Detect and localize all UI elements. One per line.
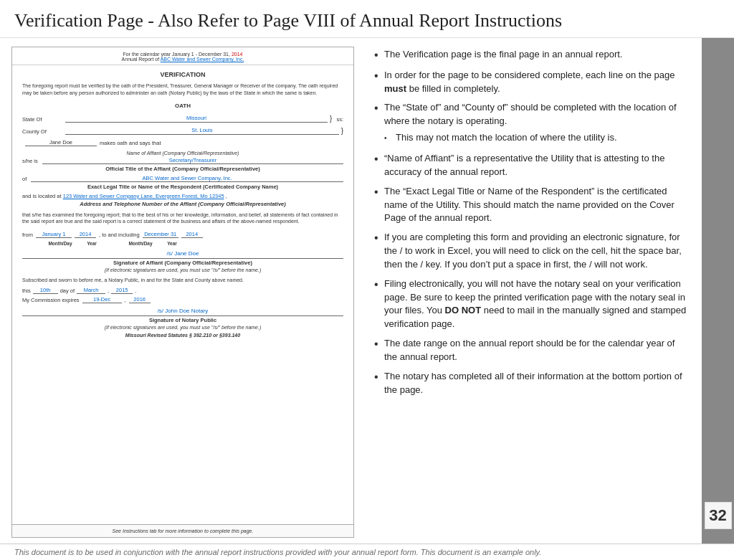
located-value: 123 Water and Sewer Company Lane, Evergr… [63, 193, 224, 199]
statute-text: Missouri Revised Statutes § 392.210 or §… [22, 333, 343, 338]
bullet-text-6: If you are completing this form and prov… [384, 231, 689, 272]
page-title: Verification Page - Also Refer to Page V… [14, 10, 720, 32]
doc-footer: See Instructions tab for more informatio… [12, 524, 353, 537]
this-label: this [22, 288, 31, 294]
sub-bullet-dot-3-1: • [384, 131, 396, 144]
sub-bullet-text-3-1: This may not match the location of where… [396, 131, 617, 145]
bullet-dot-3: • [374, 101, 384, 116]
bullet-item-9: • The notary has completed all of their … [374, 370, 689, 397]
official-title-label: Official Title of the Affiant (Company O… [22, 166, 343, 172]
doc-body: VERIFICATION The foregoing report must b… [12, 65, 353, 524]
month-value: March [77, 287, 105, 294]
sub-labels: Month/Day Year Month/Day Year [22, 241, 343, 246]
located-row: and is located at 123 Water and Sewer Co… [22, 193, 343, 199]
bullet-dot-9: • [374, 370, 384, 385]
bullet-text-7: Filing electronically, you will not have… [384, 277, 689, 331]
page-number: 32 [709, 506, 726, 525]
annual-report-label: Annual Report of [122, 57, 160, 62]
oath-name-value: Jane Doe [25, 139, 97, 146]
she-value: Secretary/Treasurer [42, 157, 343, 164]
to-label: , to and including [99, 232, 140, 238]
bullet-item-2: • In order for the page to be considered… [374, 69, 689, 96]
verification-title: VERIFICATION [22, 71, 343, 78]
commission-value: 19-Dec [82, 296, 122, 303]
address-label: Address and Telephone Number of the Affi… [22, 201, 343, 207]
bullet-text-1: The Verification page is the final page … [384, 48, 689, 62]
bullet-dot-4: • [374, 152, 384, 167]
page-wrapper: Verification Page - Also Refer to Page V… [0, 0, 734, 560]
bottom-footer: This document is to be used in conjuncti… [0, 544, 734, 560]
day-of-label: day of [60, 288, 75, 294]
bullet-item-1: • The Verification page is the final pag… [374, 48, 689, 63]
from-row: from January 1 2014 , to and including D… [22, 231, 343, 238]
bullet-list: • The Verification page is the final pag… [374, 48, 689, 397]
header-bar: Verification Page - Also Refer to Page V… [0, 0, 734, 38]
notary-sig-line: Signature of Notary Public [22, 315, 343, 323]
doc-header: For the calendar year January 1 - Decemb… [12, 47, 353, 65]
month-day-label-2: Month/Day [123, 241, 158, 246]
bullet-item-4: • “Name of Affiant” is a representative … [374, 152, 689, 179]
from-month-value: January 1 [36, 231, 72, 238]
commission-label: My Commission expires [22, 297, 80, 303]
sig-affiant-value: /s/ Jane Doe [22, 250, 343, 257]
bullet-item-6: • If you are completing this form and pr… [374, 231, 689, 272]
notary-italic: (If electronic signatures are used, you … [22, 325, 343, 330]
commission-year: 2016 [129, 296, 151, 303]
bullet-item-3: • The “State of” and “County of” should … [374, 101, 689, 146]
county-row: County Of St. Louis } [22, 127, 343, 135]
oath-title: OATH [22, 103, 343, 109]
bullet-text-3: The “State of” and “County of” should be… [384, 101, 689, 146]
she-label: s/he is [22, 158, 38, 164]
of-value: ABC Water and Sewer Company, Inc. [31, 175, 343, 182]
state-label: State Of [22, 116, 65, 123]
day-row: this 10th day of March , 2015 . [22, 287, 343, 294]
makes-oath-text: makes oath and says that [100, 140, 161, 146]
subscribed-text: Subscribed and sworn to before me, a Not… [22, 277, 343, 284]
sub-bullet-3-1: • This may not match the location of whe… [384, 131, 689, 145]
commission-row: My Commission expires 19-Dec , 2016 [22, 296, 343, 303]
makes-oath-row: Jane Doe makes oath and says that [22, 139, 343, 146]
bullet-item-7: • Filing electronically, you will not ha… [374, 277, 689, 331]
bullet-dot-7: • [374, 277, 384, 293]
year-label-1: Year [81, 241, 103, 246]
state-row: State Of Missouri } ss: [22, 115, 343, 123]
left-panel: For the calendar year January 1 - Decemb… [0, 38, 366, 544]
verification-intro: The foregoing report must be verified by… [22, 82, 343, 97]
page-number-box: 32 [705, 502, 732, 529]
day-value: 10th [33, 287, 58, 294]
right-panel: • The Verification page is the final pag… [366, 38, 702, 544]
bullet-text-2: In order for the page to be considered c… [384, 69, 689, 96]
company-name-link: ABC Water and Sewer Company, Inc. [161, 57, 244, 62]
sig-affiant-italic: (If electronic signatures are used, you … [22, 267, 343, 272]
she-row: s/he is Secretary/Treasurer [22, 157, 343, 164]
month-day-label: Month/Day [42, 241, 78, 246]
right-sidebar: 32 [702, 38, 734, 544]
bullet-text-5: The “Exact Legal Title or Name of the Re… [384, 185, 689, 226]
bullet-text-4: “Name of Affiant” is a representative th… [384, 152, 689, 179]
of-row: of ABC Water and Sewer Company, Inc. [22, 175, 343, 182]
name-affiant-label: Name of Affiant (Company Official/Repres… [22, 151, 343, 156]
county-label: County Of [22, 128, 65, 135]
bullet-dot-1: • [374, 48, 384, 63]
from-year-value: 2014 [75, 231, 96, 238]
bullet-item-5: • The “Exact Legal Title or Name of the … [374, 185, 689, 226]
bullet-text-8: The date range on the annual report shou… [384, 337, 689, 364]
located-text: and is located at [22, 193, 62, 199]
bullet-dot-6: • [374, 231, 384, 246]
main-content: For the calendar year January 1 - Decemb… [0, 38, 734, 544]
exact-title-label: Exact Legal Title or Name of the Respond… [22, 184, 343, 190]
oath-paragraph: that s/he has examined the foregoing rep… [22, 212, 343, 226]
state-value: Missouri [65, 115, 328, 123]
ss-label: ss: [336, 116, 343, 123]
document-box: For the calendar year January 1 - Decemb… [11, 47, 354, 538]
year-label-2: Year [161, 241, 183, 246]
sig-affiant-line: Signature of Affiant (Company Official/R… [22, 258, 343, 266]
from-label: from [22, 232, 33, 238]
bullet-dot-8: • [374, 337, 384, 352]
bullet-dot-5: • [374, 185, 384, 200]
to-month-value: December 31 [143, 231, 178, 238]
sub-bullet-list-3: • This may not match the location of whe… [384, 131, 689, 145]
bullet-text-9: The notary has completed all of their in… [384, 370, 689, 397]
calendar-year-link: 2014 [232, 52, 243, 57]
calendar-year-label: For the calendar year January 1 - Decemb… [123, 52, 230, 57]
